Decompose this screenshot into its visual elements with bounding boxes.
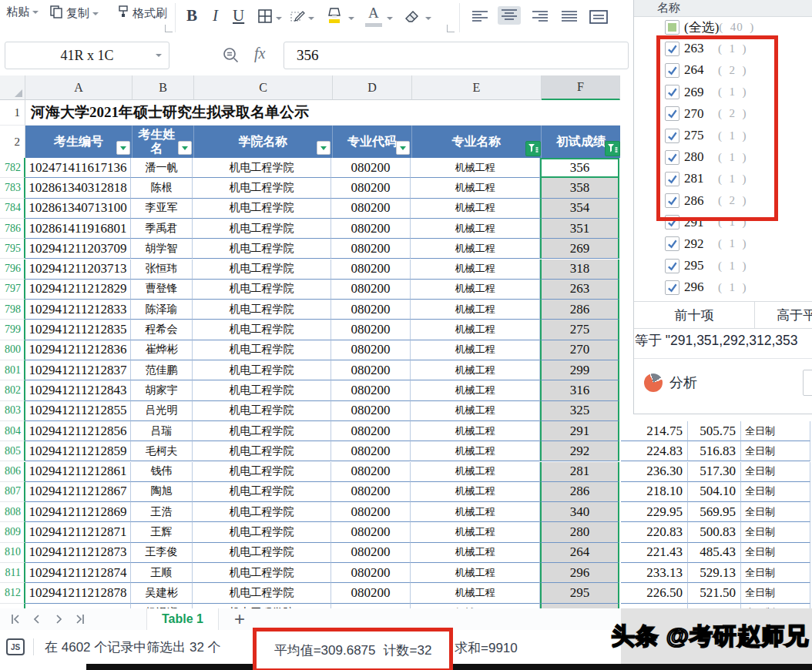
row-number[interactable]: 812: [0, 583, 25, 603]
header-score[interactable]: 初试成绩: [542, 126, 620, 158]
cell-score[interactable]: 275: [540, 320, 619, 340]
select-all-corner[interactable]: [0, 75, 25, 100]
sheet-title[interactable]: 河海大学2021年硕士研究生拟录取名单公示: [25, 100, 620, 126]
cell-major-name[interactable]: 机械工程: [411, 158, 540, 178]
cell-total-score[interactable]: 516.83: [688, 441, 741, 461]
cell-score[interactable]: 291: [540, 421, 619, 441]
above-average-button[interactable]: 高于平均值: [755, 302, 812, 328]
fill-color-icon[interactable]: [325, 6, 344, 25]
cell-total-score[interactable]: 500.83: [688, 522, 741, 542]
cell-major-code[interactable]: 080200: [331, 502, 411, 522]
cell-major-code[interactable]: 080200: [331, 421, 411, 441]
cell-college[interactable]: 机电工程学院: [193, 360, 331, 380]
cell-major-name[interactable]: 机械工程: [411, 462, 540, 482]
cell-name[interactable]: 王李俊: [131, 543, 193, 563]
row-number[interactable]: 811: [0, 563, 25, 583]
filter-list-item[interactable]: (全选)( 40 ): [634, 16, 812, 38]
checkbox[interactable]: [665, 63, 679, 78]
cell-major-code[interactable]: 080200: [331, 300, 411, 320]
row-number[interactable]: 797: [0, 280, 25, 300]
column-letter-a[interactable]: A: [25, 75, 133, 100]
filter-list-item[interactable]: 275( 1 ): [634, 125, 812, 146]
cell-retest-score[interactable]: 224.83: [621, 441, 688, 461]
cell-total-score[interactable]: 505.75: [688, 421, 741, 441]
cell-major-name[interactable]: 机械工程: [411, 380, 540, 400]
cell-study-mode[interactable]: 全日制: [741, 543, 810, 563]
cell-major-name[interactable]: 机械工程: [411, 300, 540, 320]
cell-exam-id[interactable]: 102941211212873: [25, 543, 131, 563]
cell-college[interactable]: 机电工程学院: [193, 482, 331, 502]
cell-exam-id[interactable]: 102861340312818: [25, 178, 131, 198]
name-box[interactable]: 41R x 1C: [5, 42, 169, 69]
column-letter-d[interactable]: D: [333, 75, 412, 100]
borders-icon[interactable]: [257, 8, 273, 24]
cell-score[interactable]: 354: [540, 199, 619, 219]
cell-major-code[interactable]: 080200: [331, 199, 411, 219]
cell-name[interactable]: 王顺: [131, 563, 193, 583]
row-number[interactable]: 809: [0, 522, 25, 542]
cell-retest-score[interactable]: 218.10: [621, 482, 688, 502]
cell-major-name[interactable]: 机械工程: [411, 563, 540, 583]
italic-button[interactable]: I: [213, 6, 218, 25]
cell-exam-id[interactable]: 102941211212871: [25, 522, 131, 542]
cell-major-name[interactable]: 机械工程: [411, 178, 540, 198]
row-number[interactable]: 799: [0, 320, 25, 340]
checkbox[interactable]: [665, 215, 679, 229]
cell-major-name[interactable]: 机械工程: [411, 401, 540, 421]
filter-list-item[interactable]: 286( 2 ): [634, 190, 812, 212]
filter-list-item[interactable]: 296( 1 ): [634, 276, 812, 298]
filter-list-item[interactable]: 269( 1 ): [634, 82, 812, 103]
cell-total-score[interactable]: 504.10: [688, 482, 741, 502]
next-sheet-button[interactable]: [52, 613, 65, 625]
cell-study-mode[interactable]: 全日制: [741, 441, 810, 461]
filter-list-item[interactable]: 263( 1 ): [634, 38, 812, 59]
cell-score[interactable]: 281: [540, 462, 619, 482]
checkbox[interactable]: [665, 85, 679, 99]
cell-college[interactable]: 机电工程学院: [193, 462, 331, 482]
cell-name[interactable]: 吕瑞: [131, 421, 193, 441]
cell-major-code[interactable]: 080200: [331, 260, 411, 280]
cell-exam-id[interactable]: 102941211212833: [25, 300, 131, 320]
filter-active-button[interactable]: [605, 141, 620, 156]
cell-college[interactable]: 机电工程学院: [193, 158, 331, 178]
cell-score[interactable]: 270: [540, 340, 619, 360]
row-number[interactable]: 796: [0, 260, 25, 280]
checkbox[interactable]: [665, 106, 679, 121]
fx-icon[interactable]: fx: [254, 45, 265, 62]
cell-exam-id[interactable]: 102941211212835: [25, 320, 131, 340]
cell-college[interactable]: 机电工程学院: [193, 239, 331, 259]
row-number[interactable]: 798: [0, 300, 25, 320]
header-major-code[interactable]: 专业代码: [333, 126, 412, 158]
cell-major-code[interactable]: 080200: [331, 462, 411, 482]
cell-major-name[interactable]: 机械工程: [411, 320, 540, 340]
first-sheet-button[interactable]: [9, 613, 22, 625]
cell-score[interactable]: 340: [540, 502, 619, 522]
cell-exam-id[interactable]: 102861340713100: [25, 199, 131, 219]
cell-major-name[interactable]: 机械工程: [411, 583, 540, 603]
cell-retest-score[interactable]: 236.30: [621, 462, 688, 482]
cell-exam-id[interactable]: 102941211212837: [25, 360, 131, 380]
cell-college[interactable]: 机电工程学院: [193, 178, 331, 198]
align-right-button[interactable]: [528, 8, 552, 26]
cell-study-mode[interactable]: 全日制: [741, 502, 810, 522]
cell-major-name[interactable]: 机械工程: [411, 219, 540, 239]
cell-college[interactable]: 机电工程学院: [193, 320, 331, 340]
cell-total-score[interactable]: 517.30: [688, 462, 741, 482]
cell-major-code[interactable]: 080200: [331, 380, 411, 400]
cell-college[interactable]: 机电工程学院: [193, 543, 331, 563]
cell-major-code[interactable]: 080200: [331, 280, 411, 300]
cell-score[interactable]: 269: [540, 239, 619, 259]
js-macro-icon[interactable]: JS: [6, 638, 25, 655]
cell-name[interactable]: 吕光明: [131, 401, 193, 421]
cell-major-name[interactable]: 机械工程: [411, 260, 540, 280]
cell-exam-id[interactable]: 102941211212867: [25, 482, 131, 502]
column-letter-c[interactable]: C: [194, 75, 333, 100]
row-number[interactable]: 782: [0, 158, 25, 178]
format-painter-button[interactable]: 格式刷: [133, 6, 167, 21]
cell-college[interactable]: 机电工程学院: [193, 563, 331, 583]
cell-name[interactable]: 胡学智: [131, 239, 193, 259]
filter-list-item[interactable]: 291( 1 ): [634, 212, 812, 233]
formula-input[interactable]: 356: [284, 42, 629, 69]
add-sheet-button[interactable]: +: [234, 609, 245, 629]
cell-major-code[interactable]: 080200: [331, 401, 411, 421]
